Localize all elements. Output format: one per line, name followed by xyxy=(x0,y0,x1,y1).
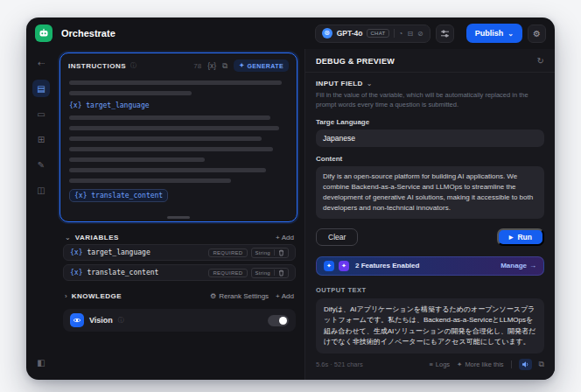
stop-sequence-icon[interactable]: ⊘ xyxy=(417,30,424,38)
chevron-down-icon[interactable]: ⌄ xyxy=(65,234,71,242)
prompt-variable-target-language[interactable]: {x} target_language xyxy=(69,102,288,109)
chat-mode-badge: CHAT xyxy=(367,29,388,38)
skeleton-line xyxy=(69,158,205,162)
arrow-right-icon: → xyxy=(529,262,536,270)
divider xyxy=(394,29,395,38)
run-button[interactable]: ▶ Run xyxy=(497,228,544,246)
insert-variable-icon[interactable]: {x} xyxy=(207,61,216,70)
instructions-title: INSTRUCTIONS xyxy=(68,62,126,70)
vision-feature-row: Vision ⓘ xyxy=(63,309,296,332)
more-like-this-button[interactable]: ✦ More like this xyxy=(457,360,503,368)
skeleton-line xyxy=(69,116,270,120)
variable-row-translate-content[interactable]: {x} translate_content REQUIRED String xyxy=(63,264,296,281)
rerank-settings-button[interactable]: ⚙ Rerank Settings xyxy=(210,292,269,300)
required-badge: REQUIRED xyxy=(208,248,247,257)
skeleton-line xyxy=(69,178,231,183)
skeleton-line xyxy=(69,168,266,172)
refresh-icon[interactable]: ↻ xyxy=(537,56,544,66)
manage-label: Manage xyxy=(500,262,527,270)
divider xyxy=(305,72,555,73)
variables-section: ⌄ VARIABLES + Add {x} target_language RE… xyxy=(60,228,298,281)
chevron-down-icon[interactable]: ⌄ xyxy=(367,80,373,88)
debug-preview-panel: DEBUG & PREVIEW ↻ INPUT FIELD ⌄ Fill in … xyxy=(304,49,555,380)
temperature-icon[interactable]: ◔ xyxy=(399,30,403,38)
required-badge: REQUIRED xyxy=(208,269,247,277)
more-like-this-label: More like this xyxy=(465,360,503,368)
type-badge: String xyxy=(251,248,289,258)
assistant-settings-button[interactable]: ⚙ xyxy=(528,24,546,43)
sidebar-item-plugins[interactable]: ◫ xyxy=(32,181,50,199)
copy-icon[interactable]: ⧉ xyxy=(222,61,228,71)
max-tokens-icon[interactable]: ⊟ xyxy=(407,30,413,38)
page-title: Orchestrate xyxy=(61,28,116,38)
rerank-label: Rerank Settings xyxy=(219,292,269,300)
copy-icon[interactable]: ⧉ xyxy=(539,360,544,369)
content-label: Content xyxy=(316,155,544,163)
trash-icon[interactable] xyxy=(278,270,284,276)
variable-icon: {x} xyxy=(70,269,82,276)
target-language-select[interactable]: Japanese xyxy=(316,130,544,147)
features-bar[interactable]: ✦ ✦ 2 Features Enabled Manage → xyxy=(316,256,544,276)
prompt-variable-translate-content[interactable]: {x} translate_content xyxy=(69,189,168,202)
skeleton-line xyxy=(69,126,279,130)
skeleton-line xyxy=(69,136,262,141)
knowledge-section: › KNOWLEDGE ⚙ Rerank Settings + Add xyxy=(60,287,298,303)
sliders-icon xyxy=(440,29,450,38)
app-logo-icon xyxy=(35,24,52,42)
add-knowledge-button[interactable]: + Add xyxy=(276,292,294,300)
left-rail: ⇠ ▤ ▭ ⊞ ✎ ◫ ◧ xyxy=(26,49,56,380)
clear-button[interactable]: Clear xyxy=(316,228,358,246)
variable-icon: {x} xyxy=(70,248,82,256)
plus-icon: + xyxy=(276,234,280,242)
generate-button[interactable]: ✦ GENERATE xyxy=(234,60,289,72)
sidebar-item-preview[interactable]: ▭ xyxy=(32,105,50,122)
features-enabled-label: 2 Features Enabled xyxy=(355,262,419,270)
skeleton-line xyxy=(69,80,282,85)
trash-icon[interactable] xyxy=(278,249,284,256)
sidebar-item-annotation[interactable]: ✎ xyxy=(32,156,50,173)
divider xyxy=(274,270,275,276)
vision-label: Vision xyxy=(89,316,113,325)
model-params-button[interactable] xyxy=(436,24,454,43)
vision-toggle[interactable] xyxy=(268,315,289,326)
variable-row-target-language[interactable]: {x} target_language REQUIRED String xyxy=(63,244,296,261)
type-badge: String xyxy=(251,268,289,278)
add-variable-button[interactable]: + Add xyxy=(276,234,294,242)
app-window: Orchestrate ⊛ GPT-4o CHAT ◔ ⊟ ⊘ Publish … xyxy=(26,18,555,380)
variable-name: target_language xyxy=(87,248,150,256)
scroll-indicator[interactable] xyxy=(167,216,190,219)
content-textarea[interactable]: Dify is an open-source platform for buil… xyxy=(316,166,544,219)
vision-icon xyxy=(70,313,84,327)
logs-button[interactable]: ≡ Logs xyxy=(429,360,450,368)
caret-down-icon: ⌄ xyxy=(508,30,514,38)
chevron-right-icon[interactable]: › xyxy=(65,292,67,300)
run-label: Run xyxy=(517,233,532,242)
collapse-sidebar-icon[interactable]: ◧ xyxy=(32,354,50,371)
feature-icon-2: ✦ xyxy=(339,261,349,271)
sidebar-item-dataset[interactable]: ⊞ xyxy=(32,130,50,148)
top-bar: Orchestrate ⊛ GPT-4o CHAT ◔ ⊟ ⊘ Publish … xyxy=(26,18,555,49)
variable-name: translate_content xyxy=(87,269,158,276)
publish-label: Publish xyxy=(475,29,504,38)
logs-label: Logs xyxy=(436,360,450,368)
input-field-description: Fill in the value of the variable, which… xyxy=(316,91,544,110)
orchestrate-panel: INSTRUCTIONS ⓘ 78 {x} ⧉ ✦ GENERATE xyxy=(56,49,304,380)
debug-preview-title: DEBUG & PREVIEW xyxy=(316,57,395,66)
info-icon[interactable]: ⓘ xyxy=(130,61,136,70)
model-selector[interactable]: ⊛ GPT-4o CHAT ◔ ⊟ ⊘ xyxy=(315,24,430,43)
variables-title: VARIABLES xyxy=(75,234,119,242)
publish-button[interactable]: Publish ⌄ xyxy=(466,24,522,43)
manage-features-button[interactable]: Manage → xyxy=(500,262,536,270)
model-provider-icon: ⊛ xyxy=(322,28,332,38)
add-label: Add xyxy=(282,234,294,242)
play-icon: ▶ xyxy=(509,234,514,240)
output-text: Difyは、AIアプリケーションを構築するためのオープンソースプラットフォームで… xyxy=(316,298,544,354)
feature-icon-1: ✦ xyxy=(324,261,334,271)
settings-icon: ⚙ xyxy=(210,292,216,300)
sidebar-item-orchestrate[interactable]: ▤ xyxy=(32,80,50,97)
knowledge-title: KNOWLEDGE xyxy=(72,292,122,300)
back-icon[interactable]: ⇠ xyxy=(32,54,50,72)
prompt-editor[interactable]: {x} target_language {x} translate_conten… xyxy=(60,75,297,221)
divider xyxy=(511,360,512,368)
speaker-button[interactable] xyxy=(519,359,532,370)
